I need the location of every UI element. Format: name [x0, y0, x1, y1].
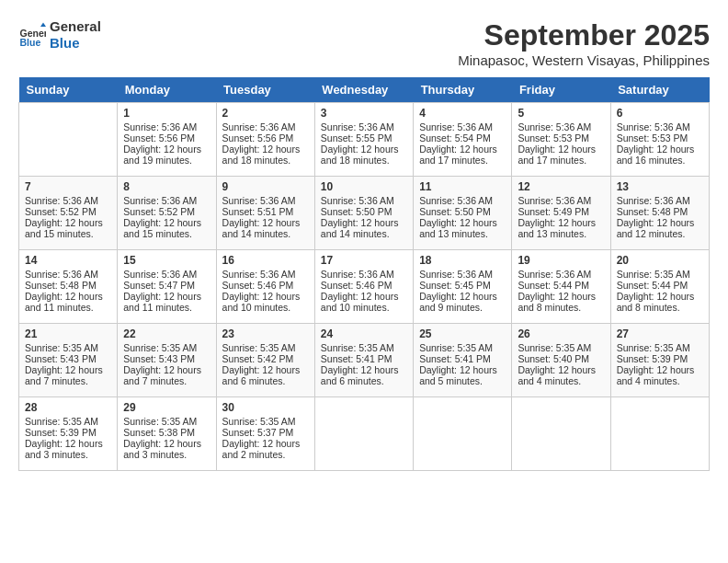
day-number: 14 — [25, 254, 111, 267]
cell-text: Sunrise: 5:36 AM — [222, 269, 309, 280]
cell-text: and 12 minutes. — [617, 228, 703, 239]
cell-text: and 15 minutes. — [25, 228, 111, 239]
cell-text: Sunrise: 5:36 AM — [321, 269, 407, 280]
cell-text: and 4 minutes. — [617, 375, 703, 386]
day-number: 17 — [321, 254, 407, 267]
cell-text: Sunset: 5:44 PM — [518, 280, 604, 291]
cell-text: Sunset: 5:56 PM — [123, 132, 210, 144]
cell-text: Daylight: 12 hours — [518, 144, 604, 155]
cell-text: Daylight: 12 hours — [222, 438, 309, 449]
cell-text: Sunset: 5:53 PM — [518, 132, 604, 144]
cell-text: Sunset: 5:47 PM — [123, 280, 210, 291]
calendar-cell: 24Sunrise: 5:35 AMSunset: 5:41 PMDayligh… — [314, 324, 413, 397]
calendar-cell: 27Sunrise: 5:35 AMSunset: 5:39 PMDayligh… — [610, 324, 709, 397]
cell-text: Sunset: 5:52 PM — [123, 206, 210, 217]
cell-text: Sunset: 5:56 PM — [222, 132, 309, 144]
cell-text: Sunset: 5:41 PM — [419, 353, 506, 364]
cell-text: and 10 minutes. — [321, 302, 407, 313]
cell-text: Daylight: 12 hours — [321, 291, 407, 302]
cell-text: Sunrise: 5:36 AM — [25, 195, 111, 206]
cell-text: Daylight: 12 hours — [419, 291, 506, 302]
calendar-cell: 12Sunrise: 5:36 AMSunset: 5:49 PMDayligh… — [512, 177, 610, 250]
cell-text: and 5 minutes. — [419, 375, 506, 386]
cell-text: Sunset: 5:49 PM — [518, 206, 604, 217]
cell-text: Sunrise: 5:36 AM — [419, 121, 506, 132]
day-number: 18 — [419, 254, 506, 267]
cell-text: Daylight: 12 hours — [25, 217, 111, 228]
cell-text: and 13 minutes. — [518, 228, 604, 239]
day-number: 20 — [617, 254, 703, 267]
cell-text: Daylight: 12 hours — [321, 364, 407, 375]
day-number: 12 — [518, 180, 604, 193]
day-number: 4 — [419, 107, 506, 120]
calendar-cell — [414, 397, 512, 471]
day-number: 1 — [123, 107, 210, 120]
calendar-cell: 30Sunrise: 5:35 AMSunset: 5:37 PMDayligh… — [216, 397, 314, 471]
cell-text: Daylight: 12 hours — [222, 217, 309, 228]
cell-text: Sunset: 5:51 PM — [222, 206, 309, 217]
cell-text: and 3 minutes. — [25, 449, 111, 460]
calendar-cell: 19Sunrise: 5:36 AMSunset: 5:44 PMDayligh… — [512, 250, 610, 324]
title-section: September 2025 Minapasoc, Western Visaya… — [458, 18, 710, 68]
day-header-sunday: Sunday — [19, 77, 118, 103]
cell-text: and 6 minutes. — [222, 375, 309, 386]
cell-text: Sunrise: 5:36 AM — [518, 121, 604, 132]
calendar-cell: 23Sunrise: 5:35 AMSunset: 5:42 PMDayligh… — [216, 324, 314, 397]
cell-text: Daylight: 12 hours — [518, 217, 604, 228]
calendar-cell: 20Sunrise: 5:35 AMSunset: 5:44 PMDayligh… — [610, 250, 709, 324]
calendar-cell: 15Sunrise: 5:36 AMSunset: 5:47 PMDayligh… — [118, 250, 216, 324]
cell-text: and 18 minutes. — [321, 155, 407, 166]
day-number: 26 — [518, 327, 604, 340]
calendar-cell: 4Sunrise: 5:36 AMSunset: 5:54 PMDaylight… — [414, 103, 512, 177]
day-number: 8 — [123, 180, 210, 193]
cell-text: Sunset: 5:54 PM — [419, 132, 506, 144]
calendar-cell: 16Sunrise: 5:36 AMSunset: 5:46 PMDayligh… — [216, 250, 314, 324]
cell-text: Daylight: 12 hours — [419, 364, 506, 375]
cell-text: Sunset: 5:55 PM — [321, 132, 407, 144]
calendar-cell: 28Sunrise: 5:35 AMSunset: 5:39 PMDayligh… — [19, 397, 118, 471]
cell-text: Daylight: 12 hours — [25, 438, 111, 449]
cell-text: and 9 minutes. — [419, 302, 506, 313]
cell-text: and 6 minutes. — [321, 375, 407, 386]
cell-text: Sunset: 5:37 PM — [222, 427, 309, 438]
month-title: September 2025 — [458, 18, 710, 52]
week-row-4: 21Sunrise: 5:35 AMSunset: 5:43 PMDayligh… — [19, 324, 710, 397]
calendar-cell: 18Sunrise: 5:36 AMSunset: 5:45 PMDayligh… — [414, 250, 512, 324]
day-header-wednesday: Wednesday — [314, 77, 413, 103]
cell-text: and 8 minutes. — [617, 302, 703, 313]
cell-text: Daylight: 12 hours — [123, 364, 210, 375]
calendar-cell: 13Sunrise: 5:36 AMSunset: 5:48 PMDayligh… — [610, 177, 709, 250]
cell-text: and 18 minutes. — [222, 155, 309, 166]
cell-text: Sunrise: 5:35 AM — [123, 416, 210, 427]
cell-text: Daylight: 12 hours — [123, 144, 210, 155]
cell-text: Sunset: 5:42 PM — [222, 353, 309, 364]
cell-text: Sunset: 5:46 PM — [321, 280, 407, 291]
cell-text: Sunrise: 5:36 AM — [123, 269, 210, 280]
week-row-2: 7Sunrise: 5:36 AMSunset: 5:52 PMDaylight… — [19, 177, 710, 250]
cell-text: Sunset: 5:48 PM — [617, 206, 703, 217]
cell-text: Sunset: 5:44 PM — [617, 280, 703, 291]
cell-text: Daylight: 12 hours — [222, 291, 309, 302]
day-header-saturday: Saturday — [610, 77, 709, 103]
cell-text: Sunset: 5:39 PM — [617, 353, 703, 364]
cell-text: Daylight: 12 hours — [321, 144, 407, 155]
cell-text: Sunrise: 5:36 AM — [419, 269, 506, 280]
cell-text: Sunset: 5:48 PM — [25, 280, 111, 291]
cell-text: Sunrise: 5:35 AM — [25, 342, 111, 353]
cell-text: and 3 minutes. — [123, 449, 210, 460]
location-title: Minapasoc, Western Visayas, Philippines — [458, 52, 710, 68]
cell-text: Sunset: 5:40 PM — [518, 353, 604, 364]
page-header: General Blue General Blue September 2025… — [18, 18, 710, 68]
calendar-cell: 26Sunrise: 5:35 AMSunset: 5:40 PMDayligh… — [512, 324, 610, 397]
cell-text: Sunrise: 5:36 AM — [25, 269, 111, 280]
cell-text: Daylight: 12 hours — [321, 217, 407, 228]
calendar-cell: 22Sunrise: 5:35 AMSunset: 5:43 PMDayligh… — [118, 324, 216, 397]
calendar-cell — [610, 397, 709, 471]
cell-text: Sunrise: 5:36 AM — [617, 195, 703, 206]
cell-text: Sunset: 5:39 PM — [25, 427, 111, 438]
calendar-cell: 14Sunrise: 5:36 AMSunset: 5:48 PMDayligh… — [19, 250, 118, 324]
day-number: 10 — [321, 180, 407, 193]
day-number: 16 — [222, 254, 309, 267]
calendar-cell — [19, 103, 118, 177]
cell-text: Sunset: 5:46 PM — [222, 280, 309, 291]
